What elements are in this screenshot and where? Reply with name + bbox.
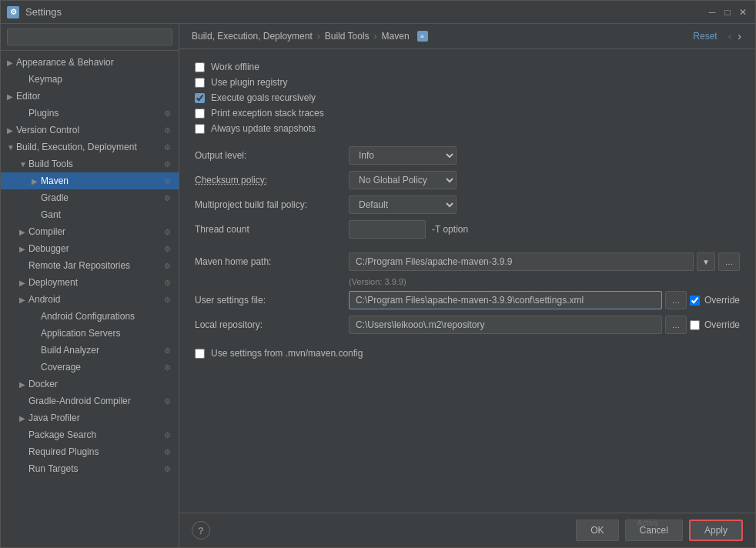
sidebar-item-build-analyzer[interactable]: Build Analyzer ⚙ [1, 342, 179, 359]
user-settings-override-checkbox[interactable] [690, 296, 700, 306]
sidebar-item-label: Deployment [28, 277, 162, 288]
checksum-policy-dropdown-wrap: No Global Policy Strict Lax Ignore [349, 171, 457, 189]
right-panel: Build, Execution, Deployment › Build Too… [179, 24, 755, 547]
plugin-registry-label[interactable]: Use plugin registry [211, 77, 287, 88]
sidebar-item-label: Version Control [16, 125, 162, 135]
footer-buttons: OK Cancel Apply [576, 520, 743, 541]
local-repo-browse-btn[interactable]: … [665, 316, 687, 334]
search-input[interactable] [7, 28, 172, 45]
user-settings-override-label[interactable]: Override [704, 295, 740, 306]
sidebar-item-gradle-android[interactable]: Gradle-Android Compiler ⚙ [1, 393, 179, 409]
nav-back-arrow[interactable]: ‹ [727, 30, 734, 42]
nav-arrows: ‹ › [727, 30, 743, 42]
sidebar-item-label: Required Plugins [28, 446, 162, 457]
sidebar-item-run-targets[interactable]: Run Targets ⚙ [1, 460, 179, 477]
sidebar-item-label: Debugger [28, 243, 162, 254]
nav-tree: ▶ Appearance & Behavior Keymap ▶ Editor [1, 51, 179, 547]
sidebar-item-editor[interactable]: ▶ Editor [1, 88, 179, 105]
maven-home-label: Maven home path: [195, 256, 349, 267]
sidebar-item-coverage[interactable]: Coverage ⚙ [1, 359, 179, 376]
sidebar-item-debugger[interactable]: ▶ Debugger ⚙ [1, 240, 179, 257]
sidebar-item-maven[interactable]: ▶ Maven ⚙ [1, 172, 179, 189]
sidebar-item-deployment[interactable]: ▶ Deployment ⚙ [1, 274, 179, 291]
local-repo-input[interactable] [349, 316, 662, 334]
sidebar-item-compiler[interactable]: ▶ Compiler ⚙ [1, 223, 179, 240]
ok-button[interactable]: OK [576, 520, 618, 541]
use-mvn-settings-label[interactable]: Use settings from .mvn/maven.config [211, 348, 363, 359]
chevron-icon: ▶ [19, 279, 28, 287]
sidebar-item-plugins[interactable]: Plugins ⚙ [1, 105, 179, 122]
checksum-policy-select[interactable]: No Global Policy Strict Lax Ignore [349, 171, 457, 189]
sidebar-item-java-profiler[interactable]: ▶ Java Profiler [1, 409, 179, 426]
print-exception-row: Print exception stack traces [195, 108, 740, 119]
user-settings-input[interactable] [349, 291, 662, 309]
sidebar-item-remote-jar[interactable]: Remote Jar Repositories ⚙ [1, 257, 179, 274]
sidebar-item-docker[interactable]: ▶ Docker [1, 376, 179, 393]
multiproject-dropdown-wrap: Default Fail at End Fail Never Fail Fast [349, 195, 457, 214]
maven-home-input[interactable] [349, 252, 694, 271]
window-title: Settings [25, 6, 62, 18]
always-update-label[interactable]: Always update snapshots [211, 123, 316, 134]
sidebar-item-gant[interactable]: Gant [1, 206, 179, 223]
settings-icon: ⚙ [162, 396, 172, 406]
output-level-select[interactable]: Info Debug Warning Error [349, 146, 457, 165]
use-mvn-settings-row: Use settings from .mvn/maven.config [195, 348, 740, 359]
execute-goals-checkbox[interactable] [195, 93, 205, 103]
help-button[interactable]: ? [192, 521, 210, 540]
user-settings-browse-btn[interactable]: … [665, 291, 687, 309]
plugin-registry-checkbox[interactable] [195, 78, 205, 88]
print-exception-label[interactable]: Print exception stack traces [211, 108, 324, 119]
user-settings-override-wrap: Override [690, 295, 740, 306]
use-mvn-settings-checkbox[interactable] [195, 349, 205, 359]
work-offline-label[interactable]: Work offline [211, 62, 259, 72]
print-exception-checkbox[interactable] [195, 109, 205, 119]
settings-icon: ⚙ [162, 142, 172, 152]
nav-forward-arrow[interactable]: › [736, 30, 743, 42]
sidebar-item-appearance[interactable]: ▶ Appearance & Behavior [1, 54, 179, 71]
sidebar-item-app-servers[interactable]: Application Servers [1, 325, 179, 342]
local-repo-override-label[interactable]: Override [704, 319, 740, 330]
breadcrumb-actions: Reset ‹ › [693, 30, 743, 42]
sidebar-item-android[interactable]: ▶ Android ⚙ [1, 291, 179, 308]
checksum-policy-row: Checksum policy: No Global Policy Strict… [195, 171, 740, 189]
sidebar-item-android-configs[interactable]: Android Configurations [1, 308, 179, 325]
sidebar-item-label: Application Servers [41, 328, 172, 339]
sidebar-item-keymap[interactable]: Keymap [1, 71, 179, 88]
chevron-icon: ▶ [7, 58, 16, 67]
settings-icon: ⚙ [162, 277, 172, 288]
settings-icon: ⚙ [162, 226, 172, 237]
user-settings-path-row: … [349, 291, 687, 309]
local-repo-row: Local repository: … Override [195, 316, 740, 334]
maven-home-dropdown-btn[interactable]: ▼ [697, 252, 715, 271]
checksum-policy-label: Checksum policy: [195, 175, 349, 185]
maven-home-browse-btn[interactable]: … [718, 252, 740, 271]
multiproject-label: Multiproject build fail policy: [195, 199, 349, 210]
minimize-button[interactable]: ─ [706, 6, 718, 18]
settings-icon: ⚙ [162, 362, 172, 373]
thread-count-label: Thread count [195, 224, 349, 235]
sidebar-item-build-tools[interactable]: ▼ Build Tools ⚙ [1, 155, 179, 172]
always-update-checkbox[interactable] [195, 124, 205, 134]
close-button[interactable]: ✕ [737, 6, 749, 18]
apply-button[interactable]: Apply [689, 520, 743, 541]
sidebar-item-required-plugins[interactable]: Required Plugins ⚙ [1, 443, 179, 460]
settings-icon: ⚙ [162, 175, 172, 186]
settings-icon: ⚙ [162, 159, 172, 169]
sidebar-item-gradle[interactable]: Gradle ⚙ [1, 189, 179, 206]
sidebar-item-build-execution[interactable]: ▼ Build, Execution, Deployment ⚙ [1, 139, 179, 155]
sidebar-item-version-control[interactable]: ▶ Version Control ⚙ [1, 122, 179, 139]
multiproject-select[interactable]: Default Fail at End Fail Never Fail Fast [349, 195, 457, 214]
local-repo-path-row: … [349, 316, 687, 334]
maximize-button[interactable]: □ [721, 6, 734, 18]
breadcrumb-part1: Build, Execution, Deployment [192, 31, 313, 42]
execute-goals-label[interactable]: Execute goals recursively [211, 92, 316, 103]
work-offline-checkbox[interactable] [195, 62, 205, 72]
sidebar-item-label: Maven [41, 175, 162, 186]
output-level-label: Output level: [195, 150, 349, 161]
thread-count-input[interactable] [349, 220, 426, 239]
sidebar-item-package-search[interactable]: Package Search ⚙ [1, 426, 179, 443]
sidebar-item-label: Build Analyzer [41, 345, 162, 356]
sidebar-item-label: Appearance & Behavior [16, 57, 172, 68]
local-repo-override-checkbox[interactable] [690, 320, 700, 330]
reset-link[interactable]: Reset [693, 31, 717, 42]
